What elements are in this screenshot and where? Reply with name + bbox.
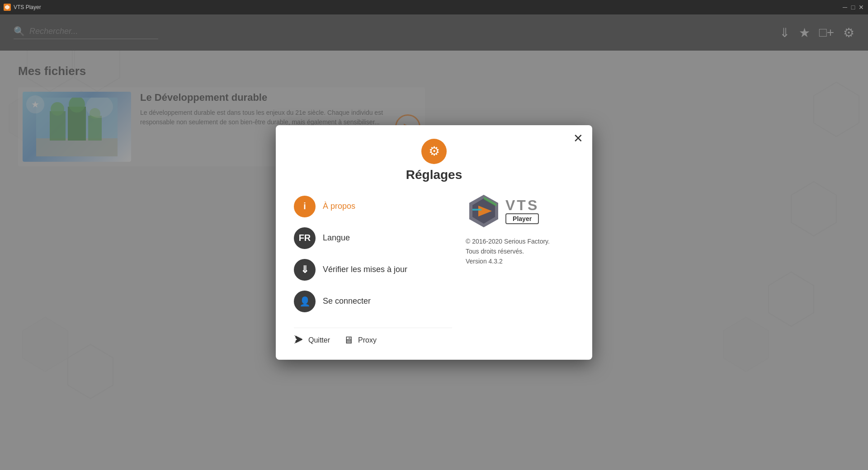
app-area: 🔍 ⇓ ★ □+ ⚙ Mes fichiers ★ xyxy=(0,14,868,470)
svg-rect-24 xyxy=(472,209,481,211)
version-line: Version 4.3.2 xyxy=(466,256,550,266)
updates-label: Vérifier les mises à jour xyxy=(323,265,407,274)
a-propos-icon: i xyxy=(294,196,316,217)
proxy-item[interactable]: 🖥 Proxy xyxy=(344,334,377,346)
modal-gear-icon: ⚙ xyxy=(421,139,447,164)
app-title: VTS Player xyxy=(14,4,41,10)
quitter-item[interactable]: ⮞ Quitter xyxy=(294,334,330,346)
modal-about-panel: VTS Player © 2016-2020 Serious Factory. … xyxy=(466,193,574,346)
copyright-line: © 2016-2020 Serious Factory. xyxy=(466,236,550,246)
login-icon: 👤 xyxy=(294,291,316,312)
rights-line: Tous droits réservés. xyxy=(466,246,550,256)
menu-item-a-propos[interactable]: i À propos xyxy=(294,193,452,220)
close-window-button[interactable]: ✕ xyxy=(858,4,864,10)
app-icon xyxy=(4,4,11,11)
window-controls: ─ □ ✕ xyxy=(842,4,864,10)
settings-modal: ✕ ⚙ Réglages i À propos FR Langue xyxy=(276,125,592,360)
a-propos-label: À propos xyxy=(323,202,355,211)
vts-logo: VTS Player xyxy=(466,193,539,229)
vts-letters: VTS xyxy=(505,198,539,212)
modal-overlay[interactable]: ✕ ⚙ Réglages i À propos FR Langue xyxy=(0,14,868,470)
menu-item-updates[interactable]: ⇓ Vérifier les mises à jour xyxy=(294,256,452,283)
langue-icon: FR xyxy=(294,227,316,249)
title-bar: VTS Player ─ □ ✕ xyxy=(0,0,868,14)
modal-header: ⚙ Réglages xyxy=(294,139,574,182)
modal-bottom-items: ⮞ Quitter 🖥 Proxy xyxy=(294,328,452,346)
proxy-icon: 🖥 xyxy=(344,334,354,346)
title-bar-left: VTS Player xyxy=(4,4,41,11)
proxy-label: Proxy xyxy=(358,336,377,344)
menu-item-login[interactable]: 👤 Se connecter xyxy=(294,288,452,315)
updates-icon: ⇓ xyxy=(294,259,316,281)
modal-close-button[interactable]: ✕ xyxy=(573,132,583,144)
vts-player-badge: Player xyxy=(505,213,539,224)
minimize-button[interactable]: ─ xyxy=(842,4,848,10)
login-label: Se connecter xyxy=(323,296,371,306)
langue-label: Langue xyxy=(323,233,350,243)
modal-title: Réglages xyxy=(406,168,462,182)
quitter-icon: ⮞ xyxy=(294,334,304,346)
quitter-label: Quitter xyxy=(308,336,330,344)
about-text: © 2016-2020 Serious Factory. Tous droits… xyxy=(466,236,550,267)
modal-body: i À propos FR Langue ⇓ Vérifier les mise… xyxy=(294,193,574,346)
modal-menu: i À propos FR Langue ⇓ Vérifier les mise… xyxy=(294,193,452,346)
vts-logo-text: VTS Player xyxy=(505,198,539,224)
menu-item-langue[interactable]: FR Langue xyxy=(294,225,452,252)
svg-marker-0 xyxy=(5,5,9,9)
maximize-button[interactable]: □ xyxy=(850,4,856,10)
